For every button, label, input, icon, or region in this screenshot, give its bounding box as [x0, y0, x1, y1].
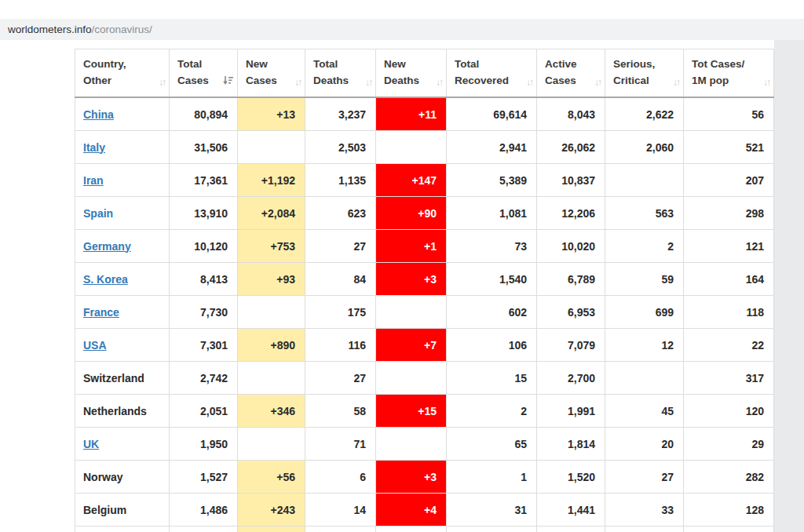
cell-total-deaths	[305, 527, 376, 532]
cell-active-cases: 1,991	[537, 395, 605, 428]
cell-new-cases	[238, 131, 305, 164]
cell-new-deaths	[376, 362, 447, 395]
country-link[interactable]: Germany	[83, 240, 131, 253]
column-label: Other	[83, 73, 153, 89]
column-header-total-recovered[interactable]: TotalRecovered↓↑	[447, 49, 537, 98]
cell-serious-critical: 45	[605, 395, 684, 428]
cell-country[interactable]: China	[75, 97, 170, 131]
cell-country[interactable]: USA	[75, 329, 170, 362]
cell-new-cases: +1,192	[238, 164, 305, 197]
cell-total-recovered	[447, 527, 537, 532]
cell-total-deaths: 84	[305, 263, 376, 296]
cell-new-cases: +93	[238, 263, 305, 296]
column-header-serious-critical[interactable]: Serious,Critical↓↑	[605, 49, 684, 98]
cell-country[interactable]: Germany	[75, 230, 170, 263]
table-row: UK1,95071651,8142029	[75, 428, 774, 461]
column-header-total-cases[interactable]: TotalCases	[170, 49, 238, 98]
table-row: Italy31,5062,5032,94126,0622,060521	[75, 131, 774, 164]
sort-both-icon[interactable]: ↓↑	[594, 77, 601, 88]
cell-country[interactable]: S. Korea	[75, 263, 170, 296]
sort-descending-icon[interactable]	[223, 75, 233, 88]
cell-country: Belgium	[75, 494, 170, 527]
sort-both-icon[interactable]: ↓↑	[673, 77, 679, 88]
sort-both-icon[interactable]: ↓↑	[159, 77, 165, 88]
sort-both-icon[interactable]: ↓↑	[763, 77, 769, 88]
cell-tot-cases-1m-pop: 282	[684, 461, 774, 494]
cell-serious-critical: 2,060	[605, 131, 684, 164]
cell-country[interactable]: UK	[75, 428, 170, 461]
country-link[interactable]: S. Korea	[83, 273, 128, 286]
cell-country[interactable]: France	[75, 296, 170, 329]
cell-active-cases	[537, 527, 605, 532]
country-link[interactable]: China	[83, 108, 114, 121]
cell-new-cases: +243	[238, 494, 305, 527]
cell-serious-critical: 699	[605, 296, 684, 329]
cell-serious-critical: 12	[605, 329, 684, 362]
cell-country[interactable]: Spain	[75, 197, 170, 230]
cell-country: Switzerland	[75, 362, 170, 395]
cell-new-cases: +13	[238, 97, 305, 131]
country-link[interactable]: France	[83, 306, 119, 319]
sort-both-icon[interactable]: ↓↑	[436, 77, 442, 88]
table-row: Belgium1,486+24314+4311,44133128	[75, 494, 774, 527]
cell-serious-critical	[605, 527, 684, 532]
country-link[interactable]: USA	[83, 339, 107, 352]
country-link[interactable]: Iran	[83, 174, 104, 187]
table-row: USA7,301+890116+71067,0791222	[75, 329, 774, 362]
column-header-active-cases[interactable]: ActiveCases↓↑	[537, 49, 605, 98]
cell-new-deaths: +7	[376, 329, 447, 362]
sort-both-icon[interactable]: ↓↑	[294, 77, 301, 88]
cell-new-deaths: +90	[376, 197, 447, 230]
cell-total-deaths: 27	[305, 230, 376, 263]
cell-tot-cases-1m-pop: 22	[684, 329, 774, 362]
cell-active-cases: 6,789	[537, 263, 605, 296]
column-header-total-deaths[interactable]: TotalDeaths↓↑	[305, 49, 376, 98]
cell-active-cases: 1,520	[537, 461, 605, 494]
cell-active-cases: 7,079	[537, 329, 605, 362]
cell-country[interactable]: Iran	[75, 164, 170, 197]
page-background-strip	[774, 40, 804, 532]
column-label: New	[384, 56, 430, 73]
cell-new-cases: +56	[238, 461, 305, 494]
column-header-country-other[interactable]: Country,Other↓↑	[75, 49, 170, 98]
cell-total-deaths: 71	[305, 428, 376, 461]
cell-serious-critical: 59	[605, 263, 684, 296]
browser-url-bar[interactable]: worldometers.info/coronavirus/	[0, 19, 804, 40]
table-row: Netherlands2,051+34658+1521,99145120	[75, 395, 774, 428]
cell-new-deaths: +3	[376, 263, 447, 296]
country-link[interactable]: Spain	[83, 207, 113, 220]
cell-active-cases: 10,837	[537, 164, 605, 197]
cell-country[interactable]: Italy	[75, 131, 170, 164]
cell-total-recovered: 5,389	[447, 164, 537, 197]
cell-serious-critical: 563	[605, 197, 684, 230]
cell-new-cases: +890	[238, 329, 305, 362]
table-row: Iran17,361+1,1921,135+1475,38910,837207	[75, 164, 774, 197]
cell-total-recovered: 65	[447, 428, 537, 461]
cell-new-deaths: +1	[376, 230, 447, 263]
column-header-new-cases[interactable]: NewCases↓↑	[238, 49, 305, 98]
column-label: Deaths	[384, 73, 430, 89]
cell-total-recovered: 2,941	[447, 131, 537, 164]
sort-both-icon[interactable]: ↓↑	[526, 77, 532, 88]
cell-new-deaths	[376, 131, 447, 164]
cell-total-deaths: 27	[305, 362, 376, 395]
cell-total-cases: 1,486	[170, 494, 238, 527]
column-label: Serious,	[613, 56, 667, 73]
column-label: Total	[455, 56, 521, 73]
cell-new-deaths	[376, 428, 447, 461]
column-label: Active	[545, 56, 589, 73]
cell-tot-cases-1m-pop: 121	[684, 230, 774, 263]
column-header-tot-cases-1m-pop[interactable]: Tot Cases/1M pop↓↑	[684, 49, 774, 98]
cell-new-deaths: +3	[376, 461, 447, 494]
cell-total-deaths: 116	[305, 329, 376, 362]
country-link[interactable]: Italy	[83, 141, 105, 154]
cell-new-deaths	[376, 296, 447, 329]
cell-total-cases: 1,950	[170, 428, 238, 461]
cell-total-cases: 1,527	[170, 461, 238, 494]
sort-both-icon[interactable]: ↓↑	[365, 77, 371, 88]
table-row: S. Korea8,413+9384+31,5406,78959164	[75, 263, 774, 296]
cell-new-cases: +753	[238, 230, 305, 263]
column-header-new-deaths[interactable]: NewDeaths↓↑	[376, 49, 447, 98]
cell-tot-cases-1m-pop: 317	[684, 362, 774, 395]
country-link[interactable]: UK	[83, 438, 99, 450]
